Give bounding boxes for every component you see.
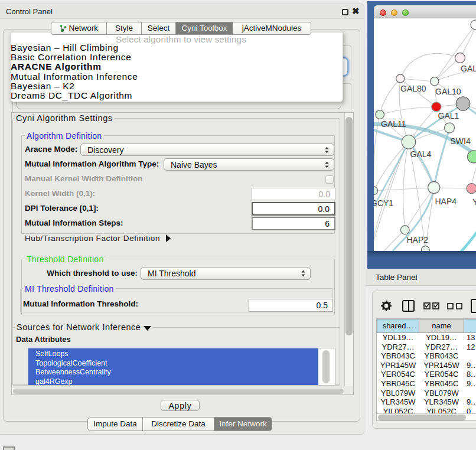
svg-text:GAL11: GAL11 bbox=[381, 119, 406, 129]
svg-text:HAP2: HAP2 bbox=[407, 235, 429, 244]
svg-text:GCY1: GCY1 bbox=[374, 198, 393, 208]
svg-text:GAL1: GAL1 bbox=[438, 111, 459, 120]
svg-text:GAL10: GAL10 bbox=[435, 87, 461, 96]
svg-text:GAL2: GAL2 bbox=[461, 64, 476, 73]
svg-text:Y: Y bbox=[472, 197, 476, 207]
svg-text:HAP4: HAP4 bbox=[435, 197, 457, 206]
svg-text:GAL4: GAL4 bbox=[410, 149, 432, 159]
svg-text:SWI4: SWI4 bbox=[451, 136, 471, 146]
svg-text:GAL80: GAL80 bbox=[400, 84, 426, 93]
